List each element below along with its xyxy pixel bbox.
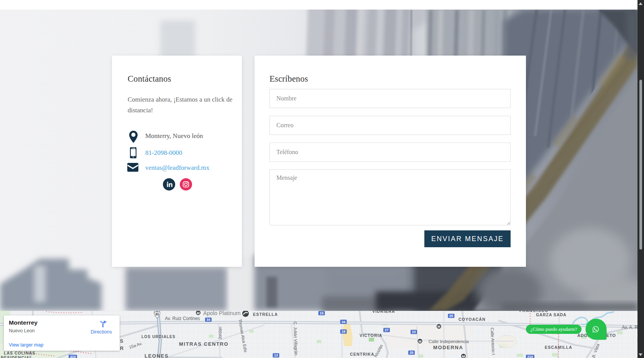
svg-text:S: S	[120, 338, 124, 344]
svg-text:ESCAMILLA: ESCAMILLA	[545, 345, 572, 350]
svg-text:VIDRIERA: VIDRIERA	[372, 311, 395, 314]
svg-text:Apolo Platinum: Apolo Platinum	[203, 311, 241, 316]
svg-text:GARZA SADA: GARZA SADA	[536, 312, 567, 317]
svg-text:LOS URDIALES: LOS URDIALES	[141, 335, 176, 339]
svg-text:LEONES: LEONES	[145, 353, 169, 358]
svg-text:ESTRELLA: ESTRELLA	[253, 312, 278, 317]
svg-text:85: 85	[155, 312, 159, 316]
svg-text:410: 410	[70, 355, 76, 358]
svg-text:RESIDENCIAL: RESIDENCIAL	[1, 355, 32, 358]
svg-text:MITRAS CENTRO: MITRAS CENTRO	[179, 341, 228, 347]
svg-text:LAS COLINAS: LAS COLINAS	[4, 351, 35, 355]
svg-text:M: M	[462, 354, 465, 358]
svg-text:MODERNA: MODERNA	[433, 345, 463, 350]
svg-text:VICTORIA: VICTORIA	[360, 333, 383, 338]
svg-text:M: M	[437, 324, 440, 328]
svg-text:34: 34	[342, 320, 345, 324]
svg-text:Calle Independencia: Calle Independencia	[429, 339, 469, 344]
svg-text:M: M	[419, 339, 422, 343]
svg-text:19: 19	[342, 330, 345, 333]
svg-text:34: 34	[206, 318, 210, 322]
svg-text:Av. Ruiz Cortines: Av. Ruiz Cortines	[165, 316, 200, 321]
svg-text:CENTRIKA: CENTRIKA	[350, 352, 375, 356]
svg-text:13: 13	[274, 353, 278, 357]
svg-text:15: 15	[320, 311, 324, 315]
svg-text:23: 23	[412, 330, 416, 334]
svg-text:27: 27	[384, 328, 388, 332]
svg-text:R: R	[120, 346, 124, 351]
svg-text:M: M	[197, 311, 200, 315]
svg-text:210: 210	[527, 355, 533, 358]
svg-text:Jordan: Jordan	[218, 327, 222, 340]
svg-text:COYOACÁN: COYOACÁN	[458, 317, 486, 322]
svg-text:25: 25	[409, 351, 413, 355]
svg-text:25: 25	[449, 314, 453, 318]
